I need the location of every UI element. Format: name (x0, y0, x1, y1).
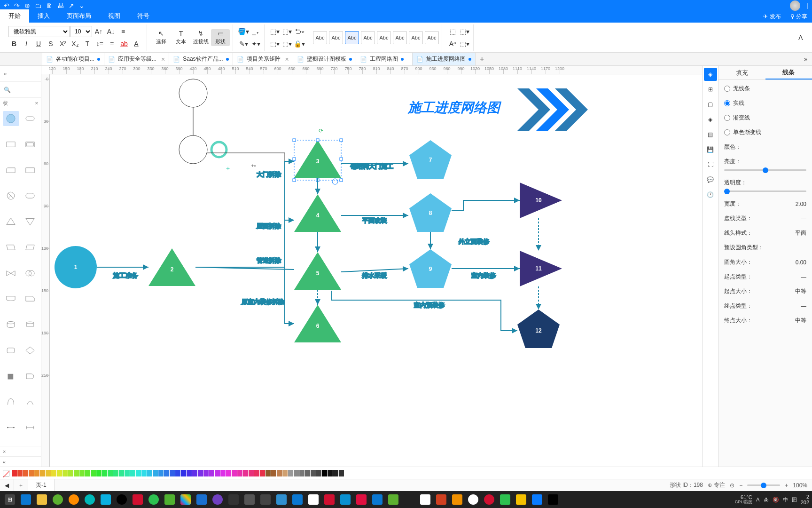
underline-icon[interactable]: U (33, 38, 44, 49)
no-color-swatch[interactable] (3, 470, 9, 476)
select-tool[interactable]: ↖选择 (152, 29, 171, 46)
tb-app-14[interactable] (274, 492, 289, 507)
menu-tab-start[interactable]: 开始 (0, 9, 29, 23)
tb-app-9[interactable] (195, 492, 209, 507)
shape-halfround[interactable] (3, 163, 19, 178)
style-preset-3[interactable]: Abc (345, 31, 359, 44)
color-swatch[interactable] (265, 470, 271, 476)
shape-double-circle[interactable] (22, 266, 39, 281)
group-icon[interactable]: ⬚▾ (281, 38, 293, 49)
prop-tab-line[interactable]: 线条 (765, 66, 812, 79)
color-swatch[interactable] (29, 470, 34, 476)
node-4[interactable]: 4 (294, 194, 341, 232)
color-swatch[interactable] (51, 470, 56, 476)
dash-value[interactable]: — (784, 215, 806, 222)
tb-edge[interactable] (19, 492, 33, 507)
tb-app-3[interactable] (99, 492, 113, 507)
tb-app-27[interactable] (482, 492, 496, 507)
connect-tool[interactable]: ↯连接线 (191, 29, 210, 46)
color-swatch[interactable] (57, 470, 62, 476)
history-icon[interactable]: 🕐 (704, 188, 717, 201)
color-swatch[interactable] (254, 470, 259, 476)
color-swatch[interactable] (40, 470, 45, 476)
shape-cylinder[interactable] (3, 317, 19, 332)
menu-tab-view[interactable]: 视图 (100, 9, 129, 23)
color-swatch[interactable] (96, 470, 102, 476)
menu-tab-insert[interactable]: 插入 (29, 9, 58, 23)
tb-app-12[interactable] (242, 492, 257, 507)
style-preset-2[interactable]: Abc (329, 31, 343, 44)
line-none-radio[interactable]: 无线条 (724, 85, 806, 93)
shape-lib-icon[interactable]: ▢ (704, 98, 717, 111)
close-shapes-icon[interactable]: × (3, 449, 6, 454)
shape-bowtie[interactable] (3, 266, 19, 281)
shape-circle2[interactable] (3, 188, 19, 203)
tb-app-1[interactable] (67, 492, 81, 507)
color-swatch[interactable] (113, 470, 118, 476)
highlight-icon[interactable]: ab (118, 38, 130, 49)
color-swatch[interactable] (108, 470, 113, 476)
tb-app-2[interactable] (83, 492, 97, 507)
color-swatch[interactable] (130, 470, 135, 476)
zoom-out-icon[interactable]: − (739, 482, 742, 489)
superscript-icon[interactable]: X² (57, 38, 69, 49)
smart-layout-icon[interactable]: ⬚ (447, 26, 458, 37)
tb-app-15[interactable] (290, 492, 304, 507)
color-swatch[interactable] (74, 470, 79, 476)
fill-color-icon[interactable]: 🪣▾ (238, 26, 249, 37)
publish-button[interactable]: ✈ 发布 (758, 11, 785, 23)
tb-app-30[interactable] (530, 492, 544, 507)
color-swatch[interactable] (333, 470, 338, 476)
line-mono-radio[interactable]: 单色渐变线 (724, 128, 806, 136)
page-setup-icon[interactable]: ▤ (704, 128, 717, 141)
color-swatch[interactable] (305, 470, 310, 476)
tb-app-21[interactable] (386, 492, 400, 507)
strike-icon[interactable]: S (45, 38, 56, 49)
color-swatch[interactable] (62, 470, 68, 476)
new-page-button[interactable]: + (14, 479, 28, 491)
style-preset-5[interactable]: Abc (377, 31, 391, 44)
shape-tool[interactable]: ▭形状 (211, 29, 230, 46)
layers-icon[interactable]: ◈ (704, 113, 717, 126)
color-swatch[interactable] (232, 470, 237, 476)
tb-explorer[interactable] (35, 492, 49, 507)
color-swatch[interactable] (220, 470, 226, 476)
list-icon[interactable]: ≡ (106, 38, 117, 49)
start-button[interactable]: ⊞ (3, 492, 17, 507)
canvas[interactable]: 施工进度网络图 + +▫ 1 (50, 74, 702, 467)
color-swatch[interactable] (164, 470, 169, 476)
color-swatch[interactable] (288, 470, 293, 476)
node-11[interactable]: 11 (520, 251, 562, 286)
tray-vol-icon[interactable]: 🔇 (773, 497, 779, 503)
bold-icon[interactable]: B (8, 38, 20, 49)
width-value[interactable]: 2.00 (784, 201, 806, 207)
increase-font-icon[interactable]: A↑ (93, 26, 104, 37)
fit-view-icon[interactable]: ⊙ (730, 482, 734, 489)
shape-halfround2[interactable] (22, 163, 39, 178)
node-3-selected[interactable]: 3 ⟳ (293, 127, 343, 184)
avatar[interactable] (790, 0, 800, 11)
tray-up-icon[interactable]: ᐱ (756, 497, 760, 503)
ime-indicator[interactable]: 中 (783, 496, 788, 503)
tb-app-22[interactable] (402, 492, 416, 507)
shape-diamond[interactable] (22, 343, 39, 358)
color-swatch[interactable] (209, 470, 214, 476)
menu-tab-symbol[interactable]: 符号 (129, 9, 158, 23)
tb-app-18[interactable] (338, 492, 352, 507)
arrange-icon[interactable]: ⬚▾ (459, 26, 470, 37)
kbd-indicator[interactable]: 囲 (792, 496, 797, 503)
doc-tab-1[interactable]: 📄应用安全等级...× (104, 53, 169, 65)
decrease-font-icon[interactable]: A↓ (105, 26, 117, 37)
tb-app-16[interactable] (306, 492, 320, 507)
more-icon[interactable]: ⌄ (79, 2, 85, 9)
start-size-value[interactable]: 中等 (784, 287, 806, 295)
shape-arc2[interactable] (22, 394, 39, 409)
shape-triangle[interactable] (3, 214, 19, 229)
open-icon[interactable]: 🗀 (35, 2, 41, 9)
menu-tab-layout[interactable]: 页面布局 (58, 9, 100, 23)
search-icon[interactable]: 🔍 (4, 87, 11, 93)
prev-page-button[interactable]: ◀ (0, 479, 14, 491)
shape-cylinder2[interactable] (22, 317, 39, 332)
tb-app-19[interactable] (354, 492, 368, 507)
new-tab-button[interactable]: + (476, 53, 489, 65)
